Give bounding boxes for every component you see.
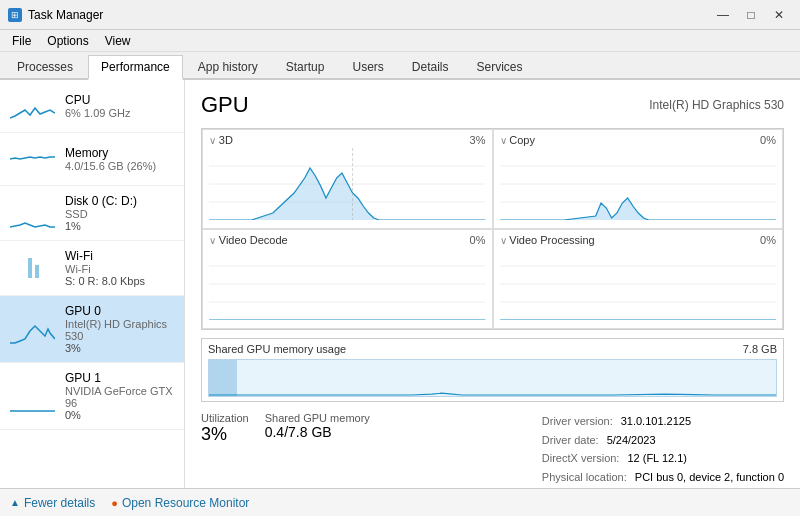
physical-location-label: Physical location: <box>542 468 627 487</box>
main-content: CPU 6% 1.09 GHz Memory 4.0/15.6 GB (26%)… <box>0 80 800 488</box>
sidebar-item-gpu0[interactable]: GPU 0 Intel(R) HD Graphics 530 3% <box>0 296 184 363</box>
menu-file[interactable]: File <box>4 32 39 50</box>
fewer-details-label: Fewer details <box>24 496 95 510</box>
wifi-pct: S: 0 R: 8.0 Kbps <box>65 275 174 287</box>
directx-value: 12 (FL 12.1) <box>627 449 687 468</box>
graph-copy: ∨ Copy 0% <box>493 129 784 229</box>
tab-processes[interactable]: Processes <box>4 55 86 78</box>
stat-shared-gpu-memory: Shared GPU memory 0.4/7.8 GB <box>265 412 370 440</box>
svg-rect-0 <box>28 258 32 278</box>
open-monitor-link[interactable]: ● Open Resource Monitor <box>111 496 249 510</box>
graph-video-decode: ∨ Video Decode 0% <box>202 229 493 329</box>
graph-3d-pct: 3% <box>470 134 486 146</box>
driver-version-value: 31.0.101.2125 <box>621 412 691 431</box>
disk-pct: 1% <box>65 220 174 232</box>
gpu1-title: GPU 1 <box>65 371 174 385</box>
graph-3d-svg <box>209 148 486 220</box>
tab-startup[interactable]: Startup <box>273 55 338 78</box>
tab-app-history[interactable]: App history <box>185 55 271 78</box>
arrow-up-icon: ▲ <box>10 497 20 508</box>
graph-3d: ∨ 3D 3% <box>202 129 493 229</box>
gpu0-pct: 3% <box>65 342 174 354</box>
svg-rect-1 <box>35 265 39 278</box>
menu-view[interactable]: View <box>97 32 139 50</box>
menu-options[interactable]: Options <box>39 32 96 50</box>
driver-date-label: Driver date: <box>542 431 599 450</box>
shared-gpu-memory-label: Shared GPU memory <box>265 412 370 424</box>
gpu-panel-model: Intel(R) HD Graphics 530 <box>649 98 784 112</box>
graph-video-processing-label: ∨ Video Processing <box>500 234 777 246</box>
gpu-panel-title: GPU <box>201 92 249 118</box>
maximize-button[interactable]: □ <box>738 5 764 25</box>
memory-graph <box>10 141 55 177</box>
sidebar-item-cpu[interactable]: CPU 6% 1.09 GHz <box>0 80 184 133</box>
tab-details[interactable]: Details <box>399 55 462 78</box>
bottom-bar: ▲ Fewer details ● Open Resource Monitor <box>0 488 800 516</box>
shared-memory-value: 7.8 GB <box>743 343 777 355</box>
graph-copy-pct: 0% <box>760 134 776 146</box>
disk-title: Disk 0 (C: D:) <box>65 194 174 208</box>
title-bar: ⊞ Task Manager — □ ✕ <box>0 0 800 30</box>
graph-copy-label: ∨ Copy <box>500 134 777 146</box>
graph-video-processing-svg <box>500 248 777 320</box>
gpu0-graph <box>10 311 55 347</box>
wifi-graph <box>10 250 55 286</box>
shared-memory-graph <box>209 360 776 396</box>
wifi-title: Wi-Fi <box>65 249 174 263</box>
disk-graph <box>10 195 55 231</box>
gpu1-pct: 0% <box>65 409 174 421</box>
app-title: Task Manager <box>28 8 710 22</box>
utilization-value: 3% <box>201 424 249 445</box>
stats-info-row: Utilization 3% Shared GPU memory 0.4/7.8… <box>201 412 784 487</box>
sidebar-item-disk[interactable]: Disk 0 (C: D:) SSD 1% <box>0 186 184 241</box>
gpu0-title: GPU 0 <box>65 304 174 318</box>
cpu-graph <box>10 88 55 124</box>
physical-location-value: PCI bus 0, device 2, function 0 <box>635 468 784 487</box>
graph-3d-label: ∨ 3D <box>209 134 486 146</box>
cpu-title: CPU <box>65 93 174 107</box>
directx-label: DirectX version: <box>542 449 620 468</box>
memory-sub: 4.0/15.6 GB (26%) <box>65 160 174 172</box>
graph-video-decode-svg <box>209 248 486 320</box>
gpu-header: GPU Intel(R) HD Graphics 530 <box>201 92 784 118</box>
tab-performance[interactable]: Performance <box>88 55 183 80</box>
fewer-details-link[interactable]: ▲ Fewer details <box>10 496 95 510</box>
tab-users[interactable]: Users <box>339 55 396 78</box>
sidebar-item-memory[interactable]: Memory 4.0/15.6 GB (26%) <box>0 133 184 186</box>
graph-video-processing-pct: 0% <box>760 234 776 246</box>
utilization-label: Utilization <box>201 412 249 424</box>
driver-date-value: 5/24/2023 <box>607 431 656 450</box>
disk-sub: SSD <box>65 208 174 220</box>
graphs-grid: ∨ 3D 3% ∨ Copy <box>201 128 784 330</box>
sidebar: CPU 6% 1.09 GHz Memory 4.0/15.6 GB (26%)… <box>0 80 185 488</box>
gpu1-graph <box>10 378 55 414</box>
gpu-panel: GPU Intel(R) HD Graphics 530 ∨ 3D 3% <box>185 80 800 488</box>
graph-video-processing: ∨ Video Processing 0% <box>493 229 784 329</box>
monitor-icon: ● <box>111 497 118 509</box>
shared-gpu-memory-value: 0.4/7.8 GB <box>265 424 370 440</box>
graph-video-decode-label: ∨ Video Decode <box>209 234 486 246</box>
minimize-button[interactable]: — <box>710 5 736 25</box>
wifi-sub: Wi-Fi <box>65 263 174 275</box>
tab-services[interactable]: Services <box>464 55 536 78</box>
shared-memory-bar <box>208 359 777 397</box>
menu-bar: File Options View <box>0 30 800 52</box>
driver-version-label: Driver version: <box>542 412 613 431</box>
tab-bar: Processes Performance App history Startu… <box>0 52 800 80</box>
info-block: Driver version: 31.0.101.2125 Driver dat… <box>542 412 784 487</box>
gpu0-sub: Intel(R) HD Graphics 530 <box>65 318 174 342</box>
gpu1-sub: NVIDIA GeForce GTX 96 <box>65 385 174 409</box>
graph-copy-svg <box>500 148 777 220</box>
shared-memory-section: Shared GPU memory usage 7.8 GB <box>201 338 784 402</box>
memory-title: Memory <box>65 146 174 160</box>
window-controls: — □ ✕ <box>710 5 792 25</box>
graph-video-decode-pct: 0% <box>470 234 486 246</box>
sidebar-item-wifi[interactable]: Wi-Fi Wi-Fi S: 0 R: 8.0 Kbps <box>0 241 184 296</box>
shared-memory-label: Shared GPU memory usage <box>208 343 346 355</box>
sidebar-item-gpu1[interactable]: GPU 1 NVIDIA GeForce GTX 96 0% <box>0 363 184 430</box>
close-button[interactable]: ✕ <box>766 5 792 25</box>
open-monitor-label: Open Resource Monitor <box>122 496 249 510</box>
cpu-sub: 6% 1.09 GHz <box>65 107 174 119</box>
stat-utilization: Utilization 3% <box>201 412 249 445</box>
app-icon: ⊞ <box>8 8 22 22</box>
